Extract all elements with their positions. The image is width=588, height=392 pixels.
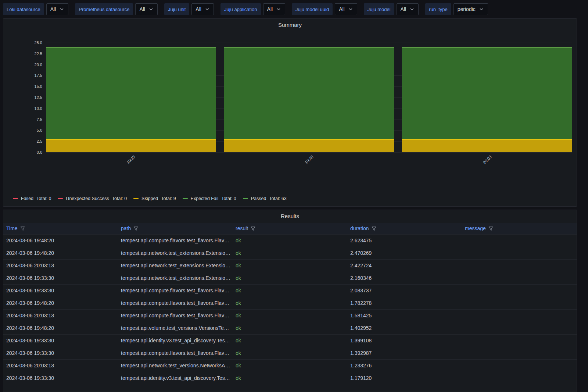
cell-message xyxy=(462,297,577,309)
filter-funnel-icon[interactable] xyxy=(20,226,25,231)
filter-funnel-icon[interactable] xyxy=(251,226,255,231)
column-header-label: result xyxy=(236,225,248,231)
legend-label: Failed xyxy=(21,196,33,201)
cell-path: tempest.api.compute.flavors.test_flavors… xyxy=(118,309,233,322)
variable-value-dropdown[interactable]: All xyxy=(335,3,357,15)
legend-item[interactable]: Unexpected SuccessTotal: 0 xyxy=(58,196,127,201)
legend-marker xyxy=(13,198,18,199)
variable-label: Juju model uuid xyxy=(292,3,333,15)
column-header-label: path xyxy=(121,225,131,231)
legend-marker xyxy=(183,198,188,199)
variable-value-dropdown[interactable]: All xyxy=(191,3,214,15)
legend-total: Total: 63 xyxy=(269,196,286,201)
table-row: 2024-03-06 19:33:30tempest.api.identity.… xyxy=(3,372,577,384)
filter-funnel-icon[interactable] xyxy=(488,226,493,231)
cell-result: ok xyxy=(233,297,347,309)
variable-filter: run_typeperiodic xyxy=(425,3,488,15)
column-header-inner: Time xyxy=(6,225,115,231)
cell-duration: 1.399108 xyxy=(347,334,462,347)
variable-label: run_type xyxy=(425,3,451,15)
cell-result: ok xyxy=(233,309,347,322)
cell-time: 2024-03-06 19:33:30 xyxy=(3,272,118,284)
cell-path: tempest.api.volume.test_versions.Version… xyxy=(118,322,233,334)
legend-marker xyxy=(243,198,248,199)
cell-time: 2024-03-06 19:33:30 xyxy=(3,347,118,359)
chevron-down-icon xyxy=(409,7,415,12)
legend-item[interactable]: PassedTotal: 63 xyxy=(243,196,287,201)
column-header-time[interactable]: Time xyxy=(3,223,118,234)
y-axis-tick-label: 7.5 xyxy=(37,117,42,122)
variable-filter: Juju model uuidAll xyxy=(292,3,357,15)
cell-message xyxy=(462,247,577,259)
cell-message xyxy=(462,234,577,247)
cell-duration: 1.782278 xyxy=(347,297,462,309)
variable-label: Loki datasource xyxy=(3,3,44,15)
cell-path: tempest.api.identity.v3.test_api_discove… xyxy=(118,334,233,347)
cell-duration: 2.160346 xyxy=(347,272,462,284)
variable-value-dropdown[interactable]: All xyxy=(135,3,158,15)
cell-time: 2024-03-06 20:03:13 xyxy=(3,259,118,272)
legend-total: Total: 0 xyxy=(112,196,127,201)
cell-message xyxy=(462,284,577,297)
chart-legend: FailedTotal: 0Unexpected SuccessTotal: 0… xyxy=(8,195,572,203)
table-row: 2024-03-06 19:48:20tempest.api.compute.f… xyxy=(3,234,577,247)
table-row: 2024-03-06 20:03:13tempest.api.network.t… xyxy=(3,259,577,272)
cell-duration: 2.623475 xyxy=(347,234,462,247)
cell-message xyxy=(462,359,577,372)
results-table: Timepathresultdurationmessage 2024-03-06… xyxy=(3,223,577,384)
cell-path: tempest.api.compute.flavors.test_flavors… xyxy=(118,347,233,359)
bar-segment-skipped xyxy=(46,139,216,152)
variable-filter: Juju modelAll xyxy=(364,3,419,15)
cell-message xyxy=(462,322,577,334)
y-axis-tick-label: 12.5 xyxy=(35,95,42,100)
table-row: 2024-03-06 19:48:20tempest.api.volume.te… xyxy=(3,322,577,334)
stacked-bar xyxy=(46,43,216,152)
cell-result: ok xyxy=(233,272,347,284)
column-header-label: duration xyxy=(350,225,369,231)
results-panel-title[interactable]: Results xyxy=(3,210,577,220)
variable-value-dropdown[interactable]: All xyxy=(263,3,286,15)
variable-filter: Prometheus datasourceAll xyxy=(75,3,158,15)
table-row: 2024-03-06 19:33:30tempest.api.network.t… xyxy=(3,272,577,284)
cell-message xyxy=(462,309,577,322)
y-axis-tick-label: 22.5 xyxy=(35,51,42,56)
cell-message xyxy=(462,334,577,347)
cell-duration: 2.422724 xyxy=(347,259,462,272)
variable-value-dropdown[interactable]: All xyxy=(46,3,69,15)
legend-item[interactable]: FailedTotal: 0 xyxy=(13,196,51,201)
legend-total: Total: 0 xyxy=(36,196,51,201)
variable-label: Prometheus datasource xyxy=(75,3,133,15)
filter-funnel-icon[interactable] xyxy=(133,226,138,231)
variable-selected-value: All xyxy=(196,6,201,12)
cell-result: ok xyxy=(233,322,347,334)
legend-item[interactable]: Expected FailTotal: 0 xyxy=(183,196,236,201)
cell-path: tempest.api.identity.v3.test_api_discove… xyxy=(118,372,233,384)
variable-value-dropdown[interactable]: All xyxy=(397,3,419,15)
results-panel: Results Timepathresultdurationmessage 20… xyxy=(3,210,577,392)
column-header-result[interactable]: result xyxy=(233,223,347,234)
variable-filter: Juju unitAll xyxy=(164,3,214,15)
cell-path: tempest.api.network.test_versions.Networ… xyxy=(118,359,233,372)
summary-panel-title[interactable]: Summary xyxy=(8,19,572,29)
cell-duration: 1.179120 xyxy=(347,372,462,384)
column-header-label: Time xyxy=(6,225,18,231)
stacked-bar xyxy=(402,43,572,152)
chevron-down-icon xyxy=(205,7,210,12)
chevron-down-icon xyxy=(59,7,64,12)
column-header-message[interactable]: message xyxy=(462,223,577,234)
cell-result: ok xyxy=(233,247,347,259)
cell-result: ok xyxy=(233,334,347,347)
variable-selected-value: All xyxy=(267,6,273,12)
filter-funnel-icon[interactable] xyxy=(372,226,376,231)
column-header-path[interactable]: path xyxy=(118,223,233,234)
x-axis-tick: 20:03 xyxy=(402,152,572,171)
variable-label: Juju model xyxy=(364,3,394,15)
column-header-duration[interactable]: duration xyxy=(347,223,462,234)
variable-label: Juju application xyxy=(220,3,261,15)
legend-item[interactable]: SkippedTotal: 9 xyxy=(133,196,176,201)
cell-time: 2024-03-06 19:33:30 xyxy=(3,284,118,297)
bar-segment-skipped xyxy=(402,139,572,152)
variable-value-dropdown[interactable]: periodic xyxy=(453,3,488,15)
column-header-label: message xyxy=(465,225,486,231)
table-row: 2024-03-06 19:48:20tempest.api.compute.f… xyxy=(3,297,577,309)
